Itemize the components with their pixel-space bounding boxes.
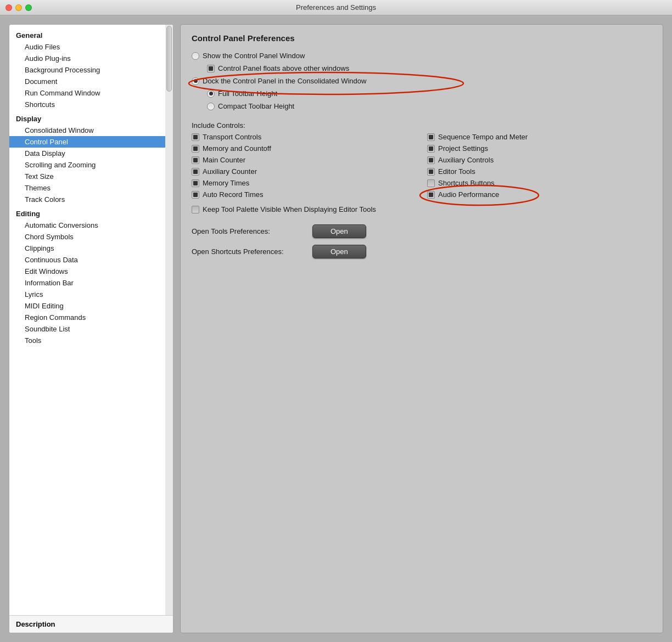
sidebar-list: General Audio Files Audio Plug-ins Backg… — [9, 25, 173, 348]
sidebar-scrollbar-track[interactable] — [165, 25, 173, 615]
sidebar-item-tools[interactable]: Tools — [9, 335, 173, 346]
sidebar-item-soundbite-list[interactable]: Soundbite List — [9, 323, 173, 335]
auto-record-label: Auto Record Times — [203, 190, 264, 199]
auxiliary-controls-label: Auxiliary Controls — [438, 156, 494, 164]
sidebar-category-general: General — [9, 27, 173, 41]
compact-toolbar-row: Compact Toolbar Height — [192, 102, 652, 110]
sidebar-item-track-colors[interactable]: Track Colors — [9, 194, 173, 205]
audio-performance-label: Audio Performance — [438, 190, 499, 199]
main-counter-label: Main Counter — [203, 156, 245, 164]
auxiliary-counter-checkbox[interactable] — [192, 168, 199, 176]
audio-perf-oval-container: Audio Performance — [427, 190, 499, 199]
maximize-button[interactable] — [25, 4, 32, 11]
show-control-panel-radio[interactable] — [192, 52, 199, 60]
memory-countoff-checkbox[interactable] — [192, 145, 199, 153]
sidebar-item-audio-files[interactable]: Audio Files — [9, 41, 173, 53]
open-tools-button[interactable]: Open — [312, 224, 366, 238]
sidebar-item-text-size[interactable]: Text Size — [9, 171, 173, 182]
sequence-tempo-checkbox[interactable] — [427, 133, 435, 141]
sidebar-item-themes[interactable]: Themes — [9, 182, 173, 194]
project-settings-checkbox[interactable] — [427, 145, 435, 153]
panel-title: Control Panel Preferences — [192, 33, 652, 43]
sidebar-item-audio-plugins[interactable]: Audio Plug-ins — [9, 53, 173, 64]
sidebar-item-continuous-data[interactable]: Continuous Data — [9, 254, 173, 266]
controls-grid: Transport Controls Sequence Tempo and Me… — [192, 133, 652, 199]
sidebar-item-edit-windows[interactable]: Edit Windows — [9, 266, 173, 277]
description-section: Description — [9, 615, 173, 633]
sidebar-scrollbar-thumb[interactable] — [166, 26, 172, 92]
sidebar-item-data-display[interactable]: Data Display — [9, 148, 173, 159]
sidebar-scroll-area[interactable]: General Audio Files Audio Plug-ins Backg… — [9, 25, 173, 615]
keep-tool-palette-label: Keep Tool Palette Visible When Displayin… — [203, 205, 376, 213]
window-title: Preferences and Settings — [296, 3, 376, 12]
keep-tool-palette-checkbox[interactable] — [192, 206, 199, 213]
compact-toolbar-radio[interactable] — [207, 103, 215, 110]
editor-tools-checkbox[interactable] — [427, 168, 435, 176]
control-item-memory-times: Memory Times — [192, 179, 416, 187]
sidebar-item-document[interactable]: Document — [9, 76, 173, 87]
sidebar-item-scrolling-zooming[interactable]: Scrolling and Zooming — [9, 159, 173, 171]
open-tools-label: Open Tools Preferences: — [192, 227, 312, 235]
control-item-transport: Transport Controls — [192, 133, 416, 141]
auxiliary-counter-label: Auxiliary Counter — [203, 167, 257, 176]
compact-toolbar-label: Compact Toolbar Height — [218, 102, 294, 110]
memory-times-checkbox[interactable] — [192, 179, 199, 187]
control-item-memory-countoff: Memory and Countoff — [192, 144, 416, 153]
sidebar-item-shortcuts[interactable]: Shortcuts — [9, 99, 173, 110]
dock-control-panel-row: Dock the Control Panel in the Consolidat… — [192, 77, 652, 85]
floats-above-label: Control Panel floats above other windows — [218, 64, 349, 72]
memory-times-label: Memory Times — [203, 179, 249, 187]
floats-above-checkbox[interactable] — [207, 65, 215, 72]
transport-controls-checkbox[interactable] — [192, 133, 199, 141]
shortcuts-buttons-label: Shortcuts Buttons — [438, 179, 495, 187]
sidebar-item-region-commands[interactable]: Region Commands — [9, 312, 173, 323]
dock-control-panel-radio[interactable] — [192, 77, 199, 85]
sidebar-item-clippings[interactable]: Clippings — [9, 243, 173, 254]
keep-tool-palette-row: Keep Tool Palette Visible When Displayin… — [192, 205, 652, 213]
control-item-main-counter: Main Counter — [192, 156, 416, 164]
control-item-shortcuts-buttons: Shortcuts Buttons — [427, 179, 652, 187]
sidebar-item-automatic-conversions[interactable]: Automatic Conversions — [9, 219, 173, 231]
sidebar-category-editing: Editing — [9, 205, 173, 219]
include-controls-label: Include Controls: — [192, 121, 652, 129]
editor-tools-label: Editor Tools — [438, 167, 475, 176]
minimize-button[interactable] — [15, 4, 22, 11]
auto-record-checkbox[interactable] — [192, 191, 199, 199]
full-toolbar-row: Full Toolbar Height — [192, 89, 652, 98]
dock-control-panel-label: Dock the Control Panel in the Consolidat… — [203, 77, 366, 85]
content-panel: Control Panel Preferences Show the Contr… — [180, 24, 663, 633]
show-control-panel-row: Show the Control Panel Window — [192, 52, 652, 60]
control-item-audio-performance: Audio Performance — [427, 190, 652, 199]
main-container: General Audio Files Audio Plug-ins Backg… — [0, 15, 672, 642]
control-item-project-settings: Project Settings — [427, 144, 652, 153]
open-tools-row: Open Tools Preferences: Open — [192, 224, 652, 238]
open-shortcuts-button[interactable]: Open — [312, 245, 366, 258]
sidebar-item-consolidated-window[interactable]: Consolidated Window — [9, 125, 173, 136]
project-settings-label: Project Settings — [438, 144, 488, 153]
sidebar-item-control-panel[interactable]: Control Panel — [9, 136, 173, 148]
sidebar: General Audio Files Audio Plug-ins Backg… — [9, 24, 173, 633]
main-counter-checkbox[interactable] — [192, 156, 199, 164]
sequence-tempo-label: Sequence Tempo and Meter — [438, 133, 528, 141]
audio-performance-checkbox[interactable] — [427, 191, 435, 199]
shortcuts-buttons-checkbox[interactable] — [427, 179, 435, 187]
transport-controls-label: Transport Controls — [203, 133, 261, 141]
open-shortcuts-row: Open Shortcuts Preferences: Open — [192, 245, 652, 258]
sidebar-item-background-processing[interactable]: Background Processing — [9, 64, 173, 76]
full-toolbar-label: Full Toolbar Height — [218, 89, 277, 98]
auxiliary-controls-checkbox[interactable] — [427, 156, 435, 164]
sidebar-item-run-command[interactable]: Run Command Window — [9, 87, 173, 99]
sidebar-item-information-bar[interactable]: Information Bar — [9, 277, 173, 289]
full-toolbar-radio[interactable] — [207, 90, 215, 98]
traffic-lights — [5, 4, 32, 11]
open-shortcuts-label: Open Shortcuts Preferences: — [192, 247, 312, 256]
sidebar-item-lyrics[interactable]: Lyrics — [9, 289, 173, 300]
show-control-panel-label: Show the Control Panel Window — [203, 52, 305, 60]
sidebar-item-chord-symbols[interactable]: Chord Symbols — [9, 231, 173, 243]
description-label: Description — [16, 620, 55, 628]
control-item-auxiliary-controls: Auxiliary Controls — [427, 156, 652, 164]
dock-oval-container: Dock the Control Panel in the Consolidat… — [192, 77, 366, 85]
close-button[interactable] — [5, 4, 12, 11]
memory-countoff-label: Memory and Countoff — [203, 144, 271, 153]
sidebar-item-midi-editing[interactable]: MIDI Editing — [9, 300, 173, 312]
